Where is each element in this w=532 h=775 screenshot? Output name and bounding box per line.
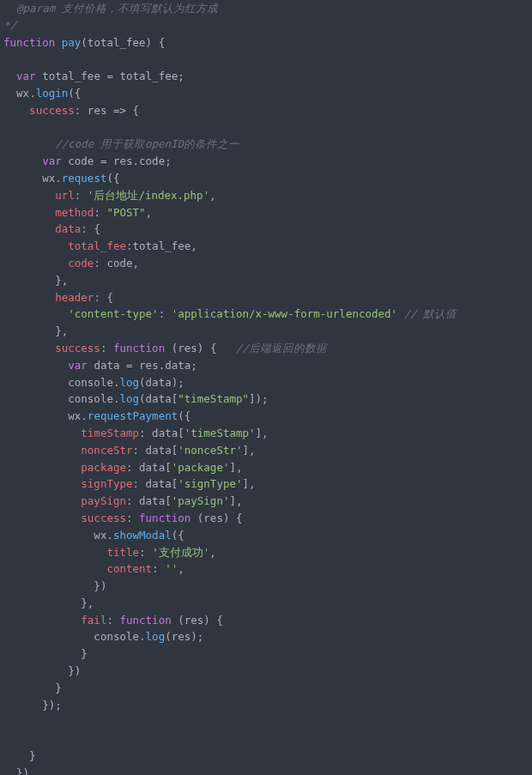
fn-name: pay <box>62 36 82 49</box>
kw-function: function <box>3 36 55 49</box>
comment-code: //code 用于获取openID的条件之一 <box>55 137 239 150</box>
code-block: @param 支付价格，不填写默认为红方成 */ function pay(to… <box>0 0 532 775</box>
comment-close: */ <box>3 19 16 32</box>
comment-param: @param 支付价格，不填写默认为红方成 <box>3 2 218 15</box>
